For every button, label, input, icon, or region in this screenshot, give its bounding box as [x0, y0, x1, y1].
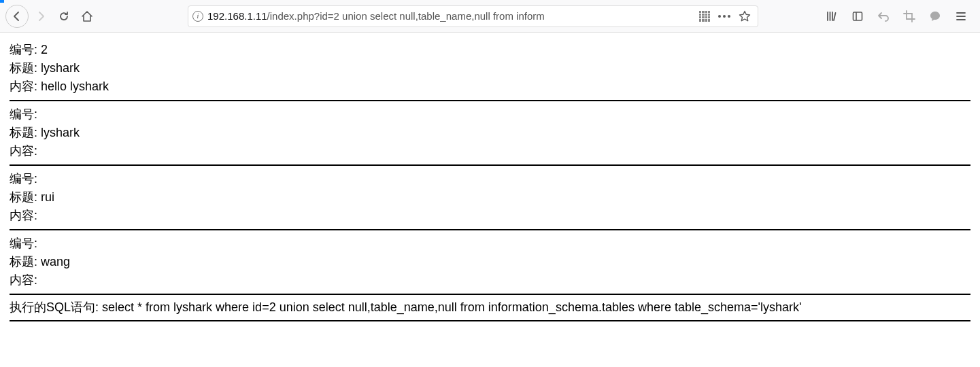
record: 编号:标题: lyshark内容:: [10, 105, 970, 160]
divider: [10, 164, 970, 166]
bookmark-star-icon[interactable]: [739, 10, 751, 22]
sidebar-icon[interactable]: [847, 5, 868, 27]
svg-rect-0: [854, 12, 862, 20]
url-host: 192.168.1.11: [207, 10, 267, 22]
record-id-line: 编号: 2: [10, 41, 970, 59]
url-text: 192.168.1.11/index.php?id=2 union select…: [207, 10, 695, 22]
qr-icon[interactable]: [699, 11, 710, 22]
record: 编号: 2标题: lyshark内容: hello lyshark: [10, 41, 970, 96]
sql-label: 执行的SQL语句:: [10, 300, 99, 314]
record-content-line: 内容:: [10, 271, 970, 290]
record-title-line: 标题: lyshark: [10, 59, 970, 77]
divider: [10, 320, 970, 321]
back-button[interactable]: [5, 5, 29, 28]
browser-toolbar: i 192.168.1.11/index.php?id=2 union sele…: [0, 0, 980, 33]
divider: [10, 229, 970, 230]
record-content-line: 内容:: [10, 207, 970, 225]
crop-icon[interactable]: [898, 5, 920, 27]
active-tab-indicator: [0, 0, 4, 3]
record-content-line: 内容:: [10, 142, 970, 160]
sql-text: select * from lyshark where id=2 union s…: [102, 300, 801, 314]
library-icon[interactable]: [821, 5, 843, 27]
undo-icon[interactable]: [873, 5, 894, 27]
record-title-line: 标题: rui: [10, 188, 970, 207]
info-icon-glyph: i: [197, 12, 199, 20]
record: 编号:标题: wang内容:: [10, 234, 970, 290]
divider: [10, 294, 970, 295]
url-path: /index.php?id=2 union select null,table_…: [267, 10, 545, 22]
menu-icon[interactable]: [950, 5, 972, 27]
home-button[interactable]: [76, 5, 98, 27]
forward-button[interactable]: [30, 5, 52, 27]
page-content: 编号: 2标题: lyshark内容: hello lyshark编号:标题: …: [0, 33, 980, 334]
divider: [10, 100, 970, 101]
reload-button[interactable]: [53, 5, 75, 27]
record-title-line: 标题: lyshark: [10, 124, 970, 142]
record-title-line: 标题: wang: [10, 253, 970, 271]
record-id-line: 编号:: [10, 234, 970, 253]
record: 编号:标题: rui内容:: [10, 170, 970, 225]
chat-icon[interactable]: [924, 5, 946, 27]
site-info-icon[interactable]: i: [192, 11, 203, 22]
urlbar-action-icons: [699, 10, 754, 22]
record-id-line: 编号:: [10, 105, 970, 124]
record-id-line: 编号:: [10, 170, 970, 188]
record-content-line: 内容: hello lyshark: [10, 77, 970, 96]
sql-statement: 执行的SQL语句: select * from lyshark where id…: [10, 299, 970, 316]
address-bar[interactable]: i 192.168.1.11/index.php?id=2 union sele…: [188, 5, 758, 27]
toolbar-right-icons: [821, 5, 975, 27]
page-actions-icon[interactable]: [718, 15, 730, 18]
